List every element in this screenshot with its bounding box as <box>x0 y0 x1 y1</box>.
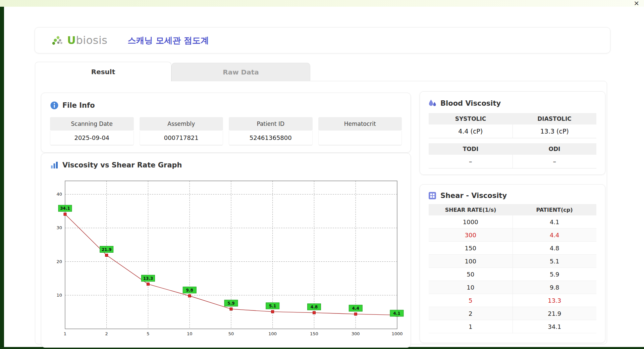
field-scanning-date: Scanning Date 2025-09-04 <box>50 117 134 145</box>
svg-text:1: 1 <box>64 331 66 336</box>
info-icon <box>50 101 59 110</box>
table-row: 100 5.1 <box>429 255 596 268</box>
field-label: Hematocrit <box>318 117 402 131</box>
patient-cell: 5.1 <box>513 255 597 268</box>
svg-text:300: 300 <box>352 331 360 336</box>
column-header-patient: PATIENT(cp) <box>513 204 596 215</box>
table-row: 1 34.1 <box>429 320 596 333</box>
shear-rate-cell: 2 <box>429 307 513 320</box>
patient-cell: 4.8 <box>513 242 597 255</box>
patient-cell: 5.9 <box>513 268 597 281</box>
brand-name: Ubiosis <box>67 34 108 47</box>
field-label: Scanning Date <box>50 117 134 131</box>
field-patient-id: Patient ID 52461365800 <box>229 117 313 145</box>
table-row: 1000 4.1 <box>429 215 596 229</box>
svg-text:5.1: 5.1 <box>269 304 276 308</box>
systolic-value: 4.4 (cP) <box>429 124 513 138</box>
blood-viscosity-table: SYSTOLIC DIASTOLIC 4.4 (cP) 13.3 (cP) TO… <box>429 113 596 168</box>
field-hematocrit: Hematocrit <box>318 117 402 145</box>
patient-cell: 34.1 <box>513 320 597 333</box>
table-grid-icon <box>428 191 437 200</box>
shear-rate-cell: 10 <box>429 281 513 294</box>
file-info-title: File Info <box>62 101 95 109</box>
svg-text:150: 150 <box>310 331 318 336</box>
table-row: 10 9.8 <box>429 281 596 294</box>
shear-viscosity-card: Shear - Viscosity SHEAR RATE(1/s) PATIEN… <box>420 184 605 343</box>
app-window: Ubiosis 스캐닝 모세관 점도계 Result Raw Data File… <box>4 7 644 347</box>
svg-text:34.1: 34.1 <box>60 206 70 211</box>
patient-cell: 4.1 <box>513 215 597 229</box>
shear-rate-cell: 300 <box>429 229 513 242</box>
svg-text:13.3: 13.3 <box>143 276 153 281</box>
svg-text:4.1: 4.1 <box>393 311 400 316</box>
blood-viscosity-title: Blood Viscosity <box>440 99 501 107</box>
svg-text:100: 100 <box>268 331 277 336</box>
header-card: Ubiosis 스캐닝 모세관 점도계 <box>35 27 610 53</box>
todi-header: TODI <box>429 143 513 155</box>
shear-rate-cell: 100 <box>429 255 513 268</box>
brand-u: U <box>67 34 76 47</box>
odi-value: – <box>513 155 597 168</box>
page-title: 스캐닝 모세관 점도계 <box>128 35 209 46</box>
diastolic-header: DIASTOLIC <box>513 113 596 124</box>
field-value: 000717821 <box>140 131 223 145</box>
close-icon[interactable]: × <box>634 0 639 7</box>
table-row: 2 21.9 <box>429 307 596 320</box>
field-value: 2025-09-04 <box>50 131 134 145</box>
column-header-shear-rate: SHEAR RATE(1/s) <box>429 204 513 215</box>
svg-text:4.4: 4.4 <box>352 306 359 311</box>
shear-rate-cell: 150 <box>429 242 513 255</box>
svg-text:10: 10 <box>56 293 62 298</box>
field-value: 52461365800 <box>229 131 313 145</box>
svg-text:21.9: 21.9 <box>102 247 112 252</box>
svg-text:10: 10 <box>187 331 193 336</box>
table-row: 300 4.4 <box>429 229 596 242</box>
svg-text:5.9: 5.9 <box>227 301 234 306</box>
leaf-logo-icon <box>51 35 64 46</box>
shear-rate-cell: 1000 <box>429 215 513 229</box>
window-top-strip: × <box>0 0 644 7</box>
bar-chart-icon <box>50 161 59 169</box>
svg-text:40: 40 <box>56 192 62 197</box>
diastolic-value: 13.3 (cP) <box>513 124 597 138</box>
graph-card: Viscosity vs Shear Rate Graph 1020304012… <box>41 153 411 348</box>
brand-rest: biosis <box>76 34 107 47</box>
svg-text:1000: 1000 <box>391 331 402 336</box>
brand-logo: Ubiosis <box>51 34 108 47</box>
graph-title: Viscosity vs Shear Rate Graph <box>62 161 182 169</box>
patient-cell: 13.3 <box>513 294 597 307</box>
blood-viscosity-card: Blood Viscosity SYSTOLIC DIASTOLIC 4.4 (… <box>420 91 605 175</box>
svg-text:2: 2 <box>105 331 108 336</box>
field-value <box>318 131 402 145</box>
field-label: Patient ID <box>229 117 313 131</box>
file-info-card: File Info Scanning Date 2025-09-04 Assem… <box>41 93 411 153</box>
odi-header: ODI <box>513 143 596 155</box>
tab-result[interactable]: Result <box>35 62 171 82</box>
shear-viscosity-table: SHEAR RATE(1/s) PATIENT(cp) 1000 4.1 300… <box>429 204 596 333</box>
svg-text:30: 30 <box>56 225 62 230</box>
viscosity-chart: 102030401251050100150300100034.121.913.3… <box>48 173 405 344</box>
svg-text:9.8: 9.8 <box>186 288 193 293</box>
shear-rate-cell: 5 <box>429 294 513 307</box>
field-label: Assembly <box>140 117 223 131</box>
patient-cell: 4.4 <box>513 229 597 242</box>
table-row: 5 13.3 <box>429 294 596 307</box>
field-assembly: Assembly 000717821 <box>140 117 223 145</box>
svg-text:20: 20 <box>56 259 62 264</box>
svg-text:50: 50 <box>228 331 234 336</box>
droplets-icon <box>428 99 437 108</box>
shear-viscosity-title: Shear - Viscosity <box>440 192 507 200</box>
patient-cell: 9.8 <box>513 281 597 294</box>
shear-rate-cell: 1 <box>429 320 513 333</box>
todi-value: – <box>429 155 513 168</box>
shear-rate-cell: 50 <box>429 268 513 281</box>
svg-text:4.8: 4.8 <box>311 305 318 309</box>
systolic-header: SYSTOLIC <box>429 113 513 124</box>
patient-cell: 21.9 <box>513 307 597 320</box>
table-row: 150 4.8 <box>429 242 596 255</box>
svg-text:5: 5 <box>147 331 149 336</box>
tab-raw-data[interactable]: Raw Data <box>171 63 310 81</box>
table-row: 50 5.9 <box>429 268 596 281</box>
